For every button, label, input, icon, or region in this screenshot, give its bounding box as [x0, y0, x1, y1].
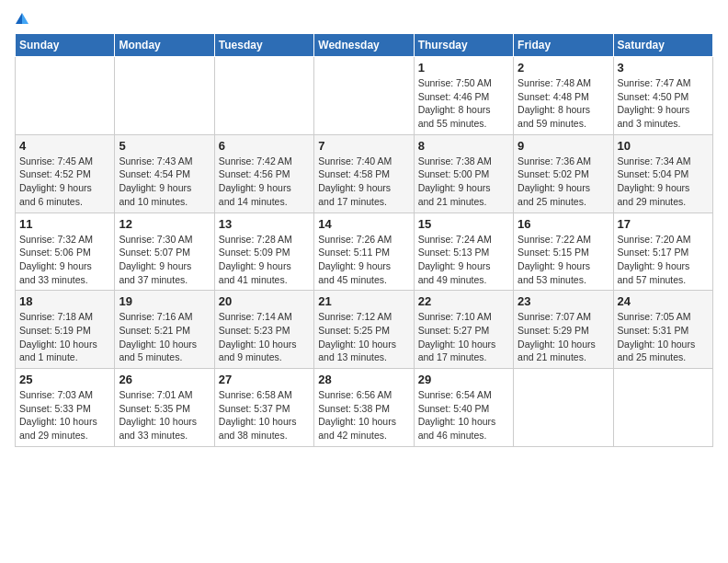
calendar-cell	[16, 57, 115, 135]
calendar-cell: 12Sunrise: 7:30 AM Sunset: 5:07 PM Dayli…	[115, 213, 214, 291]
day-number: 1	[418, 61, 509, 75]
calendar-week: 1Sunrise: 7:50 AM Sunset: 4:46 PM Daylig…	[16, 57, 713, 135]
day-info: Sunrise: 6:58 AM Sunset: 5:37 PM Dayligh…	[219, 388, 310, 442]
calendar-week: 11Sunrise: 7:32 AM Sunset: 5:06 PM Dayli…	[16, 213, 713, 291]
day-info: Sunrise: 7:43 AM Sunset: 4:54 PM Dayligh…	[119, 155, 210, 209]
header	[15, 15, 713, 26]
day-number: 26	[119, 373, 210, 386]
day-info: Sunrise: 7:12 AM Sunset: 5:25 PM Dayligh…	[318, 310, 409, 364]
calendar: SundayMondayTuesdayWednesdayThursdayFrid…	[15, 33, 713, 447]
calendar-cell: 20Sunrise: 7:14 AM Sunset: 5:23 PM Dayli…	[214, 291, 313, 369]
day-info: Sunrise: 7:10 AM Sunset: 5:27 PM Dayligh…	[418, 310, 509, 364]
day-number: 25	[19, 373, 110, 386]
day-info: Sunrise: 7:20 AM Sunset: 5:17 PM Dayligh…	[618, 233, 709, 287]
day-info: Sunrise: 7:30 AM Sunset: 5:07 PM Dayligh…	[119, 233, 210, 287]
day-info: Sunrise: 7:24 AM Sunset: 5:13 PM Dayligh…	[418, 233, 509, 287]
calendar-cell: 22Sunrise: 7:10 AM Sunset: 5:27 PM Dayli…	[414, 291, 513, 369]
calendar-cell: 19Sunrise: 7:16 AM Sunset: 5:21 PM Dayli…	[115, 291, 214, 369]
day-number: 19	[119, 294, 210, 308]
calendar-cell	[314, 57, 414, 135]
day-number: 7	[318, 139, 409, 153]
header-row: SundayMondayTuesdayWednesdayThursdayFrid…	[16, 34, 713, 57]
calendar-cell: 11Sunrise: 7:32 AM Sunset: 5:06 PM Dayli…	[16, 213, 115, 291]
day-number: 20	[219, 294, 310, 308]
calendar-cell: 14Sunrise: 7:26 AM Sunset: 5:11 PM Dayli…	[314, 213, 414, 291]
calendar-cell: 21Sunrise: 7:12 AM Sunset: 5:25 PM Dayli…	[314, 291, 414, 369]
calendar-week: 4Sunrise: 7:45 AM Sunset: 4:52 PM Daylig…	[16, 134, 713, 213]
day-info: Sunrise: 7:05 AM Sunset: 5:31 PM Dayligh…	[618, 310, 709, 364]
weekday-header: Tuesday	[214, 34, 313, 57]
calendar-cell	[613, 369, 712, 447]
calendar-cell: 16Sunrise: 7:22 AM Sunset: 5:15 PM Dayli…	[514, 213, 613, 291]
logo-triangle-icon	[16, 13, 22, 24]
day-number: 18	[19, 294, 110, 308]
calendar-cell: 3Sunrise: 7:47 AM Sunset: 4:50 PM Daylig…	[613, 57, 712, 135]
weekday-header: Friday	[514, 34, 613, 57]
calendar-cell: 24Sunrise: 7:05 AM Sunset: 5:31 PM Dayli…	[613, 291, 712, 369]
calendar-cell	[214, 57, 313, 135]
day-info: Sunrise: 7:38 AM Sunset: 5:00 PM Dayligh…	[418, 155, 509, 209]
logo	[15, 15, 28, 26]
day-info: Sunrise: 7:18 AM Sunset: 5:19 PM Dayligh…	[19, 310, 110, 364]
day-number: 2	[518, 61, 609, 75]
day-info: Sunrise: 7:14 AM Sunset: 5:23 PM Dayligh…	[219, 310, 310, 364]
day-number: 21	[318, 294, 409, 308]
calendar-cell: 27Sunrise: 6:58 AM Sunset: 5:37 PM Dayli…	[214, 369, 313, 447]
day-info: Sunrise: 7:34 AM Sunset: 5:04 PM Dayligh…	[618, 155, 709, 209]
day-number: 29	[418, 373, 509, 386]
weekday-header: Saturday	[613, 34, 712, 57]
calendar-header: SundayMondayTuesdayWednesdayThursdayFrid…	[16, 34, 713, 57]
day-info: Sunrise: 6:56 AM Sunset: 5:38 PM Dayligh…	[318, 388, 409, 442]
calendar-cell: 1Sunrise: 7:50 AM Sunset: 4:46 PM Daylig…	[414, 57, 513, 135]
day-info: Sunrise: 7:03 AM Sunset: 5:33 PM Dayligh…	[19, 388, 110, 442]
weekday-header: Sunday	[16, 34, 115, 57]
calendar-cell	[514, 369, 613, 447]
day-number: 28	[318, 373, 409, 386]
day-info: Sunrise: 7:01 AM Sunset: 5:35 PM Dayligh…	[119, 388, 210, 442]
calendar-cell: 15Sunrise: 7:24 AM Sunset: 5:13 PM Dayli…	[414, 213, 513, 291]
calendar-cell: 23Sunrise: 7:07 AM Sunset: 5:29 PM Dayli…	[514, 291, 613, 369]
day-info: Sunrise: 7:07 AM Sunset: 5:29 PM Dayligh…	[518, 310, 609, 364]
calendar-cell: 13Sunrise: 7:28 AM Sunset: 5:09 PM Dayli…	[214, 213, 313, 291]
calendar-week: 18Sunrise: 7:18 AM Sunset: 5:19 PM Dayli…	[16, 291, 713, 369]
day-info: Sunrise: 7:50 AM Sunset: 4:46 PM Dayligh…	[418, 76, 509, 131]
calendar-cell: 2Sunrise: 7:48 AM Sunset: 4:48 PM Daylig…	[514, 57, 613, 135]
day-number: 6	[219, 139, 310, 153]
day-number: 12	[119, 217, 210, 231]
weekday-header: Wednesday	[314, 34, 414, 57]
calendar-week: 25Sunrise: 7:03 AM Sunset: 5:33 PM Dayli…	[16, 369, 713, 447]
day-number: 10	[618, 139, 709, 153]
day-number: 4	[19, 139, 110, 153]
day-number: 16	[518, 217, 609, 231]
day-number: 23	[518, 294, 609, 308]
day-info: Sunrise: 7:48 AM Sunset: 4:48 PM Dayligh…	[518, 76, 609, 131]
day-info: Sunrise: 7:36 AM Sunset: 5:02 PM Dayligh…	[518, 155, 609, 209]
calendar-cell: 28Sunrise: 6:56 AM Sunset: 5:38 PM Dayli…	[314, 369, 414, 447]
calendar-cell: 17Sunrise: 7:20 AM Sunset: 5:17 PM Dayli…	[613, 213, 712, 291]
day-number: 14	[318, 217, 409, 231]
calendar-cell: 4Sunrise: 7:45 AM Sunset: 4:52 PM Daylig…	[16, 134, 115, 213]
calendar-cell: 10Sunrise: 7:34 AM Sunset: 5:04 PM Dayli…	[613, 134, 712, 213]
day-number: 3	[618, 61, 709, 75]
day-info: Sunrise: 7:40 AM Sunset: 4:58 PM Dayligh…	[318, 155, 409, 209]
day-info: Sunrise: 7:32 AM Sunset: 5:06 PM Dayligh…	[19, 233, 110, 287]
day-info: Sunrise: 7:22 AM Sunset: 5:15 PM Dayligh…	[518, 233, 609, 287]
calendar-body: 1Sunrise: 7:50 AM Sunset: 4:46 PM Daylig…	[16, 57, 713, 447]
calendar-cell: 18Sunrise: 7:18 AM Sunset: 5:19 PM Dayli…	[16, 291, 115, 369]
day-info: Sunrise: 7:16 AM Sunset: 5:21 PM Dayligh…	[119, 310, 210, 364]
weekday-header: Thursday	[414, 34, 513, 57]
calendar-cell: 6Sunrise: 7:42 AM Sunset: 4:56 PM Daylig…	[214, 134, 313, 213]
calendar-cell	[115, 57, 214, 135]
day-info: Sunrise: 7:45 AM Sunset: 4:52 PM Dayligh…	[19, 155, 110, 209]
logo-triangle2-icon	[22, 13, 28, 24]
day-number: 9	[518, 139, 609, 153]
calendar-cell: 26Sunrise: 7:01 AM Sunset: 5:35 PM Dayli…	[115, 369, 214, 447]
calendar-cell: 7Sunrise: 7:40 AM Sunset: 4:58 PM Daylig…	[314, 134, 414, 213]
day-number: 15	[418, 217, 509, 231]
calendar-cell: 8Sunrise: 7:38 AM Sunset: 5:00 PM Daylig…	[414, 134, 513, 213]
day-number: 27	[219, 373, 310, 386]
day-info: Sunrise: 7:28 AM Sunset: 5:09 PM Dayligh…	[219, 233, 310, 287]
day-info: Sunrise: 7:26 AM Sunset: 5:11 PM Dayligh…	[318, 233, 409, 287]
calendar-cell: 5Sunrise: 7:43 AM Sunset: 4:54 PM Daylig…	[115, 134, 214, 213]
day-number: 13	[219, 217, 310, 231]
